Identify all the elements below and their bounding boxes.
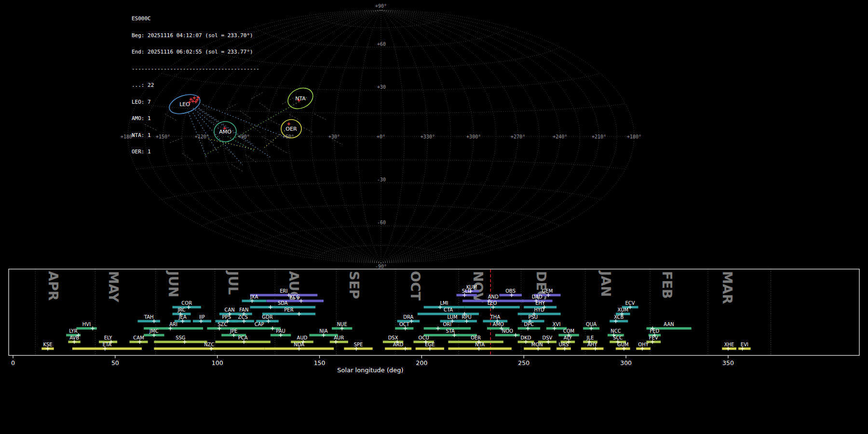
shower-label: AUD <box>297 335 308 340</box>
peak-marker <box>438 305 442 309</box>
shower-bar <box>738 348 750 350</box>
shower-bar <box>330 341 348 343</box>
peak-marker <box>651 340 654 344</box>
peak-marker <box>46 347 50 351</box>
shower-label: PPS <box>222 314 231 320</box>
shower-label: JPE <box>230 328 237 334</box>
peak-marker <box>477 347 481 351</box>
shower-label: JXA <box>250 294 258 299</box>
peak-marker <box>242 340 246 344</box>
shower-label: DPC <box>524 322 534 327</box>
peak-marker <box>436 326 440 330</box>
meteor-trail <box>262 136 274 143</box>
shower-label: NTA <box>475 342 485 347</box>
lon-label: +30° <box>328 134 340 139</box>
shower-bar <box>610 320 628 323</box>
shower-label: CAP <box>255 322 264 327</box>
shower-label: AMO <box>493 322 504 327</box>
peak-marker <box>526 326 530 330</box>
shower-label: SCC <box>613 335 623 340</box>
peak-marker <box>614 319 618 323</box>
shower-label: ERI <box>280 288 287 294</box>
peak-marker <box>428 347 432 351</box>
shower-label: FEV <box>649 335 658 340</box>
count-sporadic: ...: 22 <box>132 82 259 88</box>
grid-parallel <box>162 183 600 200</box>
pole-label-south: -90° <box>375 264 387 268</box>
peak-marker <box>199 319 203 323</box>
peak-marker <box>491 305 495 309</box>
peak-marker <box>563 347 567 351</box>
peak-marker <box>546 340 550 344</box>
peak-marker <box>152 333 156 337</box>
shower-label: DSV <box>542 335 553 340</box>
shower-bar <box>457 294 477 297</box>
shower-label: IIP <box>199 314 205 320</box>
lat-label: -60 <box>377 220 386 225</box>
lat-label: -30 <box>377 177 386 182</box>
shower-label: GEM <box>542 288 553 294</box>
peak-marker <box>622 347 626 351</box>
shower-label: COM <box>563 328 574 334</box>
shower-bar <box>138 320 161 323</box>
shower-label: SZC <box>217 322 227 327</box>
shower-label: ORI <box>443 322 452 327</box>
lon-label: +270° <box>511 134 525 139</box>
x-tick-label: 100 <box>212 359 223 366</box>
peak-marker <box>524 340 528 344</box>
shower-label: AND <box>488 294 499 299</box>
grid-meridian <box>311 10 381 263</box>
meteor-trail <box>314 114 326 120</box>
meteor-trail <box>273 145 287 153</box>
peak-marker <box>181 319 185 323</box>
lon-label: +240° <box>553 134 567 139</box>
shower-label: ARD <box>393 342 404 347</box>
shower-label: LUM <box>447 314 457 320</box>
shower-label: CAN <box>224 307 234 312</box>
shower-label: KSE <box>43 342 52 347</box>
month-label: OCT <box>408 271 423 301</box>
shower-label: XUM <box>617 307 628 312</box>
shower-label: ECV <box>625 300 635 306</box>
shower-activity-chart: APRMAYJUNJULAUGSEPOCTNOVDECJANFEBMARKUME… <box>0 268 868 434</box>
shower-bar <box>581 348 604 350</box>
shower-bar <box>242 300 267 302</box>
peak-marker <box>297 312 301 316</box>
shower-label: NZC <box>204 342 214 347</box>
shower-label: COR <box>181 300 192 306</box>
shower-bar <box>518 313 561 315</box>
peak-marker <box>232 333 236 337</box>
shower-label: JMC <box>149 328 159 334</box>
x-tick-label: 350 <box>722 359 734 366</box>
peak-marker <box>510 293 514 297</box>
peak-marker <box>594 347 597 351</box>
peak-marker <box>183 340 187 344</box>
count-nta: NTA: 1 <box>132 133 259 138</box>
shower-label: MON <box>531 342 543 347</box>
peak-marker <box>91 326 95 330</box>
shower-label: AUR <box>334 335 344 340</box>
peak-marker <box>465 319 469 323</box>
shower-label: OBS <box>505 288 515 294</box>
shower-label: LMI <box>440 300 448 306</box>
lon-label: +60° <box>283 134 294 139</box>
month-label: JUL <box>226 270 241 295</box>
peak-marker <box>242 319 246 323</box>
month-label: JUN <box>166 270 181 298</box>
shower-label: OER <box>471 335 481 340</box>
peak-marker <box>209 347 213 351</box>
shower-label: XCB <box>614 314 624 320</box>
shower-label: JLE <box>586 335 594 340</box>
shower-label: ELY <box>104 335 113 340</box>
meteor-trail <box>301 126 312 132</box>
shower-label: ETA <box>103 342 112 347</box>
shower-label: SDA <box>278 300 288 306</box>
peak-marker <box>322 333 326 337</box>
shower-bar <box>385 348 411 350</box>
shower-label: PER <box>284 307 293 312</box>
shower-label: CTA <box>444 307 453 312</box>
peak-marker <box>271 326 274 330</box>
shower-label: DSX <box>388 335 398 340</box>
peak-marker <box>168 326 172 330</box>
peak-marker <box>152 319 156 323</box>
